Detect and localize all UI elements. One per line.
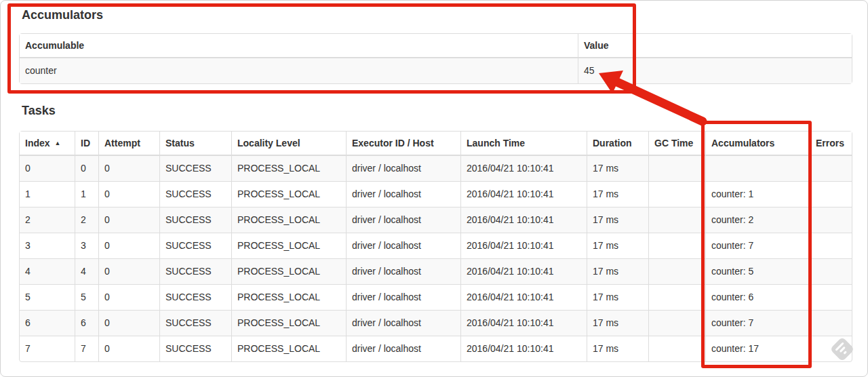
cell-id: 6	[75, 310, 98, 336]
cell-locality-level: PROCESS_LOCAL	[231, 284, 346, 310]
table-row: 4 4 0 SUCCESS PROCESS_LOCAL driver / loc…	[20, 258, 852, 284]
cell-executor-id-host: driver / localhost	[346, 284, 460, 310]
cell-gc-time	[648, 336, 705, 361]
column-header-gc-time[interactable]: GC Time	[648, 132, 705, 156]
cell-gc-time	[648, 207, 705, 233]
cell-duration: 17 ms	[587, 258, 648, 284]
table-row: counter 45	[20, 58, 852, 83]
column-header-accumulable[interactable]: Accumulable	[20, 34, 578, 58]
cell-errors	[810, 233, 852, 258]
accumulators-header-row: Accumulable Value	[20, 34, 852, 58]
cell-accumulators: counter: 7	[705, 310, 810, 336]
cell-accumulators: counter: 1	[705, 181, 810, 207]
cell-index: 0	[20, 156, 75, 181]
cell-executor-id-host: driver / localhost	[346, 233, 460, 258]
column-header-status[interactable]: Status	[159, 132, 231, 156]
cell-launch-time: 2016/04/21 10:10:41	[460, 181, 587, 207]
column-header-id[interactable]: ID	[75, 132, 98, 156]
cell-gc-time	[648, 310, 705, 336]
cell-accumulators: counter: 6	[705, 284, 810, 310]
cell-status: SUCCESS	[159, 233, 231, 258]
sort-ascending-icon: ▲	[55, 140, 61, 146]
table-row: 6 6 0 SUCCESS PROCESS_LOCAL driver / loc…	[20, 310, 852, 336]
column-header-attempt[interactable]: Attempt	[98, 132, 159, 156]
accumulators-table: Accumulable Value counter 45	[19, 33, 852, 84]
cell-locality-level: PROCESS_LOCAL	[231, 258, 346, 284]
cell-errors	[810, 181, 852, 207]
cell-duration: 17 ms	[587, 181, 648, 207]
cell-executor-id-host: driver / localhost	[346, 156, 460, 181]
cell-errors	[810, 258, 852, 284]
cell-executor-id-host: driver / localhost	[346, 181, 460, 207]
cell-duration: 17 ms	[587, 284, 648, 310]
table-row: 0 0 0 SUCCESS PROCESS_LOCAL driver / loc…	[20, 156, 852, 181]
cell-id: 4	[75, 258, 98, 284]
cell-duration: 17 ms	[587, 336, 648, 361]
tasks-section-title: Tasks	[22, 103, 56, 118]
cell-accumulable: counter	[20, 58, 578, 83]
cell-id: 2	[75, 207, 98, 233]
cell-launch-time: 2016/04/21 10:10:41	[460, 284, 587, 310]
cell-index: 5	[20, 284, 75, 310]
column-header-executor-id-host[interactable]: Executor ID / Host	[346, 132, 460, 156]
column-header-locality-level[interactable]: Locality Level	[231, 132, 346, 156]
cell-gc-time	[648, 258, 705, 284]
cell-locality-level: PROCESS_LOCAL	[231, 233, 346, 258]
column-header-value[interactable]: Value	[578, 34, 852, 58]
table-row: 1 1 0 SUCCESS PROCESS_LOCAL driver / loc…	[20, 181, 852, 207]
table-row: 7 7 0 SUCCESS PROCESS_LOCAL driver / loc…	[20, 336, 852, 361]
cell-launch-time: 2016/04/21 10:10:41	[460, 207, 587, 233]
cell-attempt: 0	[98, 233, 159, 258]
cell-locality-level: PROCESS_LOCAL	[231, 181, 346, 207]
cell-accumulators: counter: 17	[705, 336, 810, 361]
cell-errors	[810, 310, 852, 336]
cell-launch-time: 2016/04/21 10:10:41	[460, 258, 587, 284]
tasks-header-row: Index▲ ID Attempt Status Locality Level …	[20, 132, 852, 156]
cell-gc-time	[648, 284, 705, 310]
cell-gc-time	[648, 181, 705, 207]
cell-locality-level: PROCESS_LOCAL	[231, 207, 346, 233]
cell-attempt: 0	[98, 258, 159, 284]
cell-executor-id-host: driver / localhost	[346, 310, 460, 336]
cell-index: 1	[20, 181, 75, 207]
cell-index: 2	[20, 207, 75, 233]
column-header-launch-time[interactable]: Launch Time	[460, 132, 587, 156]
accumulators-section-title: Accumulators	[22, 7, 103, 22]
cell-duration: 17 ms	[587, 207, 648, 233]
cell-status: SUCCESS	[159, 207, 231, 233]
cell-attempt: 0	[98, 156, 159, 181]
cell-index: 6	[20, 310, 75, 336]
cell-index: 3	[20, 233, 75, 258]
page: Accumulators Accumulable Value counter 4…	[0, 0, 868, 377]
cell-duration: 17 ms	[587, 233, 648, 258]
cell-executor-id-host: driver / localhost	[346, 207, 460, 233]
cell-attempt: 0	[98, 284, 159, 310]
column-header-errors[interactable]: Errors	[810, 132, 852, 156]
cell-id: 1	[75, 181, 98, 207]
column-header-duration[interactable]: Duration	[587, 132, 648, 156]
cell-attempt: 0	[98, 207, 159, 233]
cell-id: 3	[75, 233, 98, 258]
cell-gc-time	[648, 233, 705, 258]
table-row: 5 5 0 SUCCESS PROCESS_LOCAL driver / loc…	[20, 284, 852, 310]
cell-accumulators: counter: 2	[705, 207, 810, 233]
table-row: 3 3 0 SUCCESS PROCESS_LOCAL driver / loc…	[20, 233, 852, 258]
cell-id: 7	[75, 336, 98, 361]
cell-accumulators: counter: 7	[705, 233, 810, 258]
cell-errors	[810, 284, 852, 310]
cell-accumulators	[705, 156, 810, 181]
cell-errors	[810, 207, 852, 233]
cell-launch-time: 2016/04/21 10:10:41	[460, 310, 587, 336]
table-row: 2 2 0 SUCCESS PROCESS_LOCAL driver / loc…	[20, 207, 852, 233]
cell-duration: 17 ms	[587, 156, 648, 181]
column-header-index[interactable]: Index▲	[20, 132, 75, 156]
cell-status: SUCCESS	[159, 156, 231, 181]
cell-status: SUCCESS	[159, 336, 231, 361]
watermark-stripe	[843, 351, 847, 355]
cell-attempt: 0	[98, 181, 159, 207]
cell-executor-id-host: driver / localhost	[346, 336, 460, 361]
cell-gc-time	[648, 156, 705, 181]
column-header-accumulators[interactable]: Accumulators	[705, 132, 810, 156]
cell-index: 4	[20, 258, 75, 284]
cell-status: SUCCESS	[159, 310, 231, 336]
